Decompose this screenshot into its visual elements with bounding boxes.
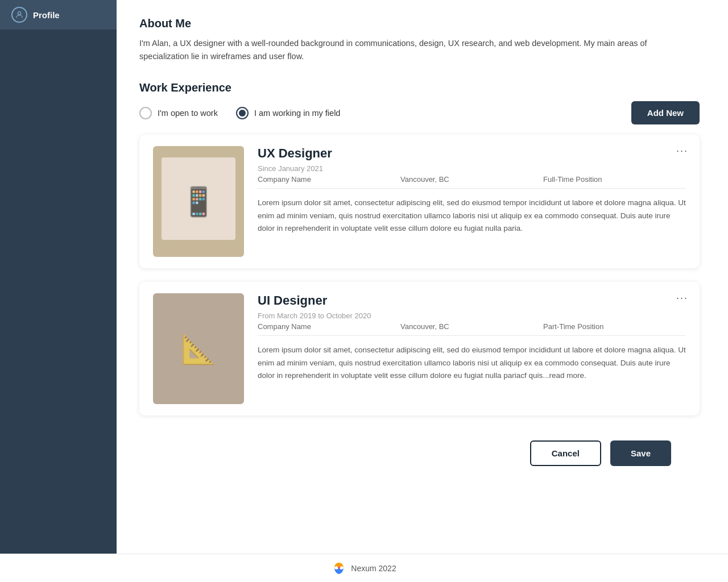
job-location-ux: Vancouver, BC: [400, 175, 543, 184]
job-position-type-ui: Part-Time Position: [543, 322, 686, 331]
svg-point-0: [18, 12, 20, 15]
job-meta-ux: Company Name Vancouver, BC Full-Time Pos…: [258, 175, 686, 189]
sidebar-item-profile[interactable]: Profile: [0, 0, 117, 30]
job-card-ux: UX Designer Since January 2021 Company N…: [139, 135, 700, 268]
job-image-ui: [153, 293, 244, 404]
job-details-ui: UI Designer From March 2019 to October 2…: [258, 293, 686, 404]
cancel-button[interactable]: Cancel: [530, 440, 601, 466]
job-date-ui: From March 2019 to October 2020: [258, 311, 371, 320]
add-new-button[interactable]: Add New: [631, 101, 700, 124]
job-title-ux: UX Designer: [258, 146, 332, 161]
radio-label-working: I am working in my field: [254, 109, 341, 118]
job-position-type-ux: Full-Time Position: [543, 175, 686, 184]
job-header-ux: UX Designer Since January 2021: [258, 146, 686, 173]
radio-circle-open[interactable]: [139, 107, 152, 119]
footer-actions: Cancel Save: [139, 429, 700, 477]
save-button[interactable]: Save: [610, 440, 671, 466]
job-company-ui: Company Name: [258, 322, 400, 331]
bottom-bar: Nexum 2022: [0, 554, 728, 582]
more-menu-ui[interactable]: ···: [676, 292, 688, 304]
job-company-ux: Company Name: [258, 175, 400, 184]
nexum-brand-label: Nexum 2022: [351, 564, 396, 573]
job-card-ui: UI Designer From March 2019 to October 2…: [139, 282, 700, 415]
job-details-ux: UX Designer Since January 2021 Company N…: [258, 146, 686, 257]
work-experience-title: Work Experience: [139, 81, 700, 94]
nexum-logo: Nexum 2022: [332, 561, 396, 576]
sidebar-label-profile: Profile: [33, 10, 60, 20]
person-icon: [11, 7, 27, 23]
more-menu-ux[interactable]: ···: [676, 145, 688, 157]
radio-circle-working[interactable]: [236, 107, 249, 119]
sidebar: Profile: [0, 0, 117, 554]
job-image-ux: [153, 146, 244, 257]
about-me-title: About Me: [139, 17, 700, 30]
radio-option-open[interactable]: I'm open to work: [139, 107, 218, 119]
main-content: About Me I'm Alan, a UX designer with a …: [117, 0, 728, 554]
work-experience-header: I'm open to work I am working in my fiel…: [139, 101, 700, 124]
about-me-text: I'm Alan, a UX designer with a well-roun…: [139, 37, 651, 63]
job-desc-ui: Lorem ipsum dolor sit amet, consectetur …: [258, 344, 686, 382]
job-meta-ui: Company Name Vancouver, BC Part-Time Pos…: [258, 322, 686, 336]
radio-option-working[interactable]: I am working in my field: [236, 107, 341, 119]
job-desc-ux: Lorem ipsum dolor sit amet, consectetur …: [258, 197, 686, 235]
job-title-ui: UI Designer: [258, 293, 371, 308]
job-header-ui: UI Designer From March 2019 to October 2…: [258, 293, 686, 320]
job-date-ux: Since January 2021: [258, 164, 332, 173]
job-location-ui: Vancouver, BC: [400, 322, 543, 331]
radio-group: I'm open to work I am working in my fiel…: [139, 107, 340, 119]
job-title-group-ux: UX Designer Since January 2021: [258, 146, 332, 173]
nexum-logo-icon: [332, 561, 346, 576]
job-title-group-ui: UI Designer From March 2019 to October 2…: [258, 293, 371, 320]
radio-label-open: I'm open to work: [158, 109, 218, 118]
